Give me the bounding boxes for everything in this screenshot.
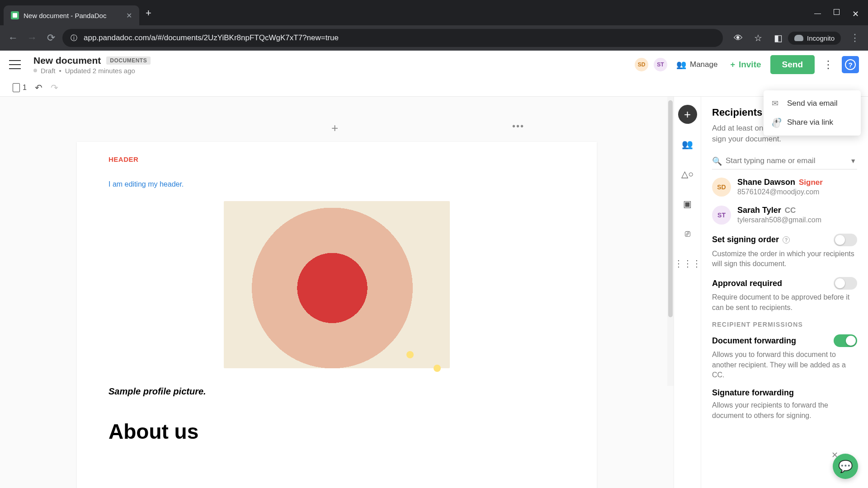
- document-updated: Updated 2 minutes ago: [65, 67, 135, 75]
- tools-rail: + 👥 △○ ▣ ⎚ ⋮⋮⋮: [674, 97, 701, 488]
- recipient-avatar: SD: [712, 178, 731, 197]
- help-icon: ?: [845, 59, 856, 70]
- window-maximize-icon[interactable]: [834, 9, 840, 15]
- url-field[interactable]: ⓘ app.pandadoc.com/a/#/documents/2UzYiBK…: [62, 29, 723, 47]
- document-title[interactable]: New document: [33, 55, 101, 66]
- page-count[interactable]: 1: [13, 83, 27, 92]
- add-block-icon[interactable]: +: [331, 121, 342, 132]
- window-close-icon[interactable]: ✕: [852, 9, 859, 19]
- eye-off-icon[interactable]: 👁: [732, 32, 745, 44]
- pandadoc-favicon: [11, 11, 19, 19]
- recipient-name: Sarah Tyler: [737, 206, 781, 215]
- signing-order-desc: Customize the order in which your recipi…: [712, 249, 857, 269]
- undo-icon[interactable]: ↶: [35, 82, 42, 93]
- tab-title: New document - PandaDoc: [24, 12, 106, 19]
- doc-caption[interactable]: Sample profile picture.: [108, 386, 565, 397]
- incognito-badge[interactable]: Incognito: [788, 32, 841, 45]
- sig-forwarding-desc: Allows your recipients to forward the do…: [712, 400, 857, 421]
- recipient-email: tylersarah508@gmail.com: [737, 216, 821, 224]
- recipient-email: 85761024@moodjoy.com: [737, 188, 823, 196]
- new-tab-button[interactable]: +: [146, 7, 151, 19]
- people-icon: 👥: [676, 60, 686, 70]
- window-minimize-icon[interactable]: —: [814, 9, 821, 19]
- link-icon: 🔗: [772, 117, 781, 127]
- search-icon: 🔍: [712, 156, 722, 166]
- doc-header-text[interactable]: I am editing my header.: [108, 180, 565, 188]
- recipient-search-input[interactable]: [712, 153, 857, 169]
- pricing-tab-icon[interactable]: ⎚: [678, 224, 697, 243]
- recipient-role: CC: [785, 206, 796, 215]
- recipient-avatar: ST: [712, 206, 731, 225]
- signing-order-toggle[interactable]: [834, 234, 857, 246]
- doc-forwarding-desc: Allows you to forward this document to a…: [712, 350, 857, 380]
- redo-icon[interactable]: ↷: [51, 82, 58, 93]
- info-icon[interactable]: ?: [783, 236, 790, 244]
- doc-forwarding-toggle[interactable]: [834, 334, 857, 347]
- block-more-icon[interactable]: •••: [512, 121, 524, 131]
- permissions-section-label: RECIPIENT PERMISSIONS: [712, 321, 857, 328]
- browser-tab[interactable]: New document - PandaDoc ✕: [4, 5, 139, 25]
- recipient-name: Shane Dawson: [737, 178, 795, 187]
- approval-desc: Require document to be approved before i…: [712, 292, 857, 313]
- canvas-scrollbar[interactable]: [667, 97, 674, 386]
- site-info-icon[interactable]: ⓘ: [71, 34, 77, 42]
- doc-image[interactable]: [224, 201, 450, 368]
- back-button[interactable]: ←: [5, 30, 21, 46]
- invite-button[interactable]: Invite: [726, 57, 764, 72]
- share-via-link-item[interactable]: 🔗 Share via link: [764, 113, 861, 132]
- side-panel-icon[interactable]: ◧: [772, 32, 784, 44]
- send-menu: ✉ Send via email 🔗 Share via link: [764, 90, 861, 136]
- reload-button[interactable]: ⟳: [43, 30, 59, 46]
- about-heading[interactable]: About us: [108, 419, 565, 444]
- document-page[interactable]: HEADER I am editing my header. Sample pr…: [77, 142, 597, 488]
- avatar-st[interactable]: ST: [654, 58, 667, 71]
- signing-order-label: Set signing order ?: [712, 235, 790, 244]
- recipient-row[interactable]: ST Sarah Tyler CC tylersarah508@gmail.co…: [712, 206, 857, 225]
- scrollbar-thumb[interactable]: [668, 100, 673, 317]
- hamburger-icon[interactable]: [9, 60, 21, 69]
- dropdown-icon[interactable]: ▼: [850, 157, 856, 164]
- status-dot-icon: [33, 69, 37, 72]
- documents-badge: DOCUMENTS: [106, 56, 151, 65]
- manage-button[interactable]: 👥 Manage: [673, 57, 721, 72]
- approval-label: Approval required: [712, 279, 782, 288]
- doc-header-label: HEADER: [108, 155, 565, 163]
- send-via-email-item[interactable]: ✉ Send via email: [764, 94, 861, 113]
- add-person-icon: [730, 60, 735, 70]
- more-actions-icon[interactable]: ⋮: [820, 58, 836, 71]
- page-count-value: 1: [23, 84, 27, 92]
- doc-forwarding-label: Document forwarding: [712, 336, 796, 346]
- chat-dismiss-icon[interactable]: ✕: [831, 450, 838, 460]
- url-text: app.pandadoc.com/a/#/documents/2UzYiBKr8…: [84, 33, 339, 42]
- help-button[interactable]: ?: [842, 56, 859, 73]
- approval-toggle[interactable]: [834, 277, 857, 290]
- invite-label: Invite: [739, 60, 761, 70]
- incognito-icon: [794, 35, 803, 41]
- close-tab-icon[interactable]: ✕: [126, 11, 132, 20]
- bookmark-star-icon[interactable]: ☆: [752, 32, 764, 44]
- mail-icon: ✉: [772, 99, 781, 108]
- recipient-role: Signer: [799, 178, 823, 187]
- document-canvas[interactable]: + ••• HEADER I am editing my header. Sam…: [0, 97, 674, 488]
- forward-button[interactable]: →: [24, 30, 40, 46]
- meta-separator: •: [59, 67, 61, 75]
- document-status: Draft: [41, 67, 56, 75]
- send-button[interactable]: Send: [770, 55, 815, 74]
- variables-tab-icon[interactable]: △○: [678, 164, 697, 183]
- recipients-tab-icon[interactable]: 👥: [678, 135, 697, 154]
- sig-forwarding-label: Signature forwarding: [712, 388, 794, 398]
- recipients-panel: Recipients ✕ Add at least one recipient …: [701, 97, 868, 488]
- incognito-label: Incognito: [807, 34, 835, 42]
- apps-grid-icon[interactable]: ⋮⋮⋮: [678, 254, 697, 273]
- add-content-button[interactable]: +: [678, 105, 697, 124]
- manage-label: Manage: [690, 60, 717, 69]
- recipient-row[interactable]: SD Shane Dawson Signer 85761024@moodjoy.…: [712, 178, 857, 197]
- browser-menu-icon[interactable]: ⋮: [847, 30, 863, 46]
- page-icon: [13, 83, 20, 92]
- avatar-sd[interactable]: SD: [635, 58, 648, 71]
- layout-tab-icon[interactable]: ▣: [678, 194, 697, 213]
- panel-title: Recipients: [712, 107, 762, 118]
